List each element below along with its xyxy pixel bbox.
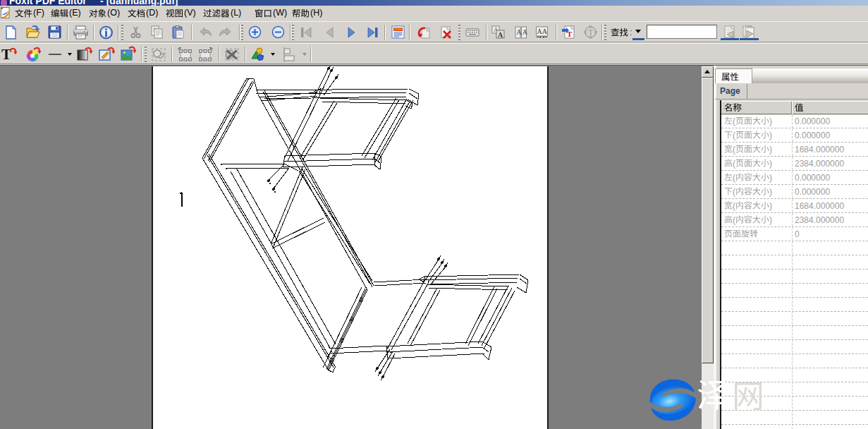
svg-text:(: ( [733,201,735,211]
svg-text:(: ( [733,116,735,126]
svg-text:A: A [522,28,528,36]
svg-text:A: A [498,31,503,39]
svg-text:T: T [1,46,11,63]
svg-text:(: ( [733,187,735,197]
svg-text:(: ( [733,159,735,169]
svg-text:): ) [769,131,772,140]
svg-text:): ) [769,116,772,126]
svg-text:): ) [769,187,772,197]
svg-text:): ) [769,201,772,211]
svg-text:(: ( [733,131,735,140]
svg-text:): ) [769,215,772,225]
svg-text:A: A [516,28,522,36]
svg-text:T: T [567,30,573,38]
svg-text:): ) [769,159,772,169]
svg-text:T: T [588,28,594,37]
svg-text:(: ( [733,173,735,183]
svg-text:AA: AA [537,28,548,35]
svg-text:): ) [769,145,772,155]
svg-text:(: ( [733,145,735,155]
svg-text:): ) [769,173,772,183]
svg-text:(: ( [733,215,735,225]
